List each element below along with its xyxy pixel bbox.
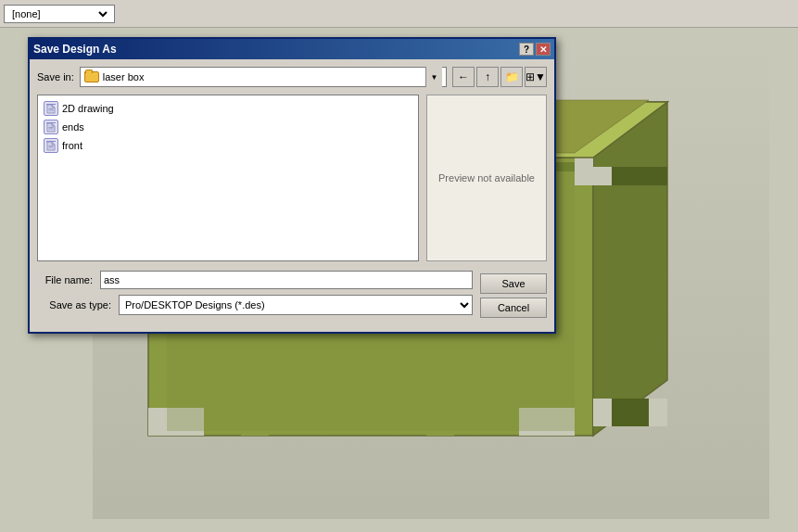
view-button[interactable]: ⊞▼ [525,67,547,87]
toolbar-dropdown[interactable]: [none] [4,5,115,23]
file-icon [44,138,58,153]
svg-marker-3 [593,102,667,436]
dialog-body: Save in: laser box ▼ ← ↑ 📁 ⊞▼ 2D drawing… [30,59,554,328]
close-button[interactable]: ✕ [536,43,551,56]
title-buttons: ? ✕ [519,43,551,56]
save-type-select[interactable]: Pro/DESKTOP Designs (*.des) [119,295,473,315]
save-dialog: Save Design As ? ✕ Save in: laser box ▼ … [28,37,556,334]
list-item[interactable]: ends [42,118,414,136]
file-list[interactable]: 2D drawing ends front [37,95,419,261]
cancel-button[interactable]: Cancel [480,298,547,318]
dialog-titlebar: Save Design As ? ✕ [30,39,554,59]
folder-icon [84,71,99,82]
file-name-row: File name: [37,271,473,289]
main-content: 2D drawing ends front Preview not availa… [37,95,547,261]
file-icon [44,120,58,134]
svg-rect-9 [575,158,593,185]
toolbar: [none] [0,0,798,28]
save-type-label: Save as type: [37,299,111,310]
save-in-label: Save in: [37,71,74,82]
file-icon [44,101,58,116]
svg-rect-14 [593,167,612,185]
help-button[interactable]: ? [519,43,534,56]
toolbar-select[interactable]: [none] [8,6,110,22]
preview-text: Preview not available [438,172,535,184]
file-name-label: File name: [37,274,93,285]
list-item[interactable]: 2D drawing [42,99,414,118]
back-button[interactable]: ← [452,67,475,87]
preview-panel: Preview not available [426,95,547,261]
save-button[interactable]: Save [480,273,547,294]
save-in-dropdown[interactable]: laser box ▼ [80,67,447,87]
file-name: front [62,140,82,151]
new-folder-button[interactable]: 📁 [500,67,523,87]
file-name: ends [62,121,84,133]
file-name: 2D drawing [62,103,114,114]
list-item[interactable]: front [42,136,414,155]
svg-rect-12 [649,399,667,426]
dialog-title: Save Design As [33,43,117,56]
svg-rect-11 [593,399,612,426]
nav-toolbar: ← ↑ 📁 ⊞▼ [452,67,547,87]
bottom-form: File name: Save as type: Pro/DESKTOP Des… [37,271,547,321]
save-type-row: Save as type: Pro/DESKTOP Designs (*.des… [37,295,473,315]
folder-name: laser box [103,71,145,82]
save-in-row: Save in: laser box ▼ ← ↑ 📁 ⊞▼ [37,67,547,87]
file-name-input[interactable] [100,271,473,289]
up-folder-button[interactable]: ↑ [476,67,499,87]
dropdown-arrow-icon[interactable]: ▼ [425,67,442,87]
